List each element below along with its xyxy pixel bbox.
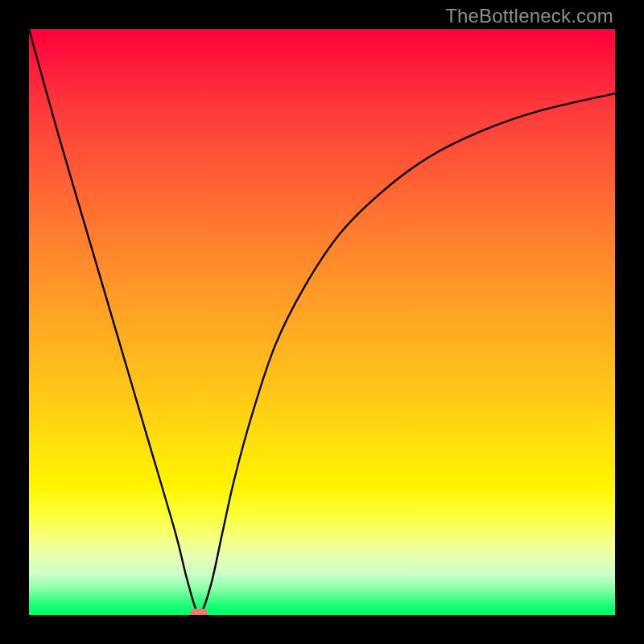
chart-frame: TheBottleneck.com [0, 0, 644, 644]
background-gradient [29, 29, 615, 615]
plot-area [29, 29, 615, 615]
minimum-marker [190, 609, 208, 615]
attribution-text: TheBottleneck.com [445, 5, 613, 27]
